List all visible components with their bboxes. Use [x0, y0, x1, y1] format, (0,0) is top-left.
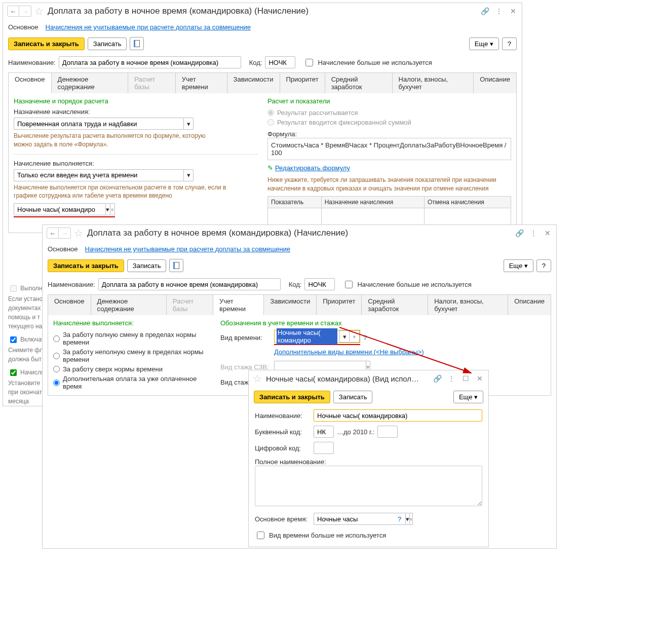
open-icon[interactable]: ▫	[110, 203, 115, 215]
name-input[interactable]	[98, 278, 281, 290]
help-icon[interactable]: ?	[398, 515, 401, 523]
radio-over[interactable]: За работу сверх нормы времени	[53, 364, 210, 374]
chevron-down-icon[interactable]: ▾	[339, 330, 350, 343]
unused-checkbox[interactable]: Начисление больше не используется	[343, 279, 471, 290]
lcode-label: Буквенный код:	[255, 428, 311, 436]
window-title: Ночные часы( командировка) (Вид испол…	[266, 374, 433, 383]
mtab-3[interactable]: Учет времени	[213, 295, 264, 315]
radio-extra[interactable]: Дополнительная оплата за уже оплаченное …	[53, 374, 210, 391]
section-purpose: Назначение и порядок расчета	[14, 97, 257, 105]
dest-input[interactable]	[14, 118, 183, 130]
document-icon	[173, 262, 179, 269]
lcode-input[interactable]	[314, 426, 334, 438]
star-icon[interactable]: ☆	[74, 227, 83, 239]
exec-input[interactable]	[14, 169, 183, 181]
dcode-input[interactable]	[314, 442, 334, 454]
time-input[interactable]	[14, 203, 105, 215]
tab-link[interactable]: Начисления не учитываемые при расчете до…	[85, 243, 291, 255]
toolbar: Записать и закрыть Записать Еще ▾ ?	[3, 33, 522, 54]
indicators-table: ПоказательНазначение начисленияОтмена на…	[267, 196, 511, 229]
mtab-5[interactable]: Приоритет	[317, 295, 362, 315]
mtab-1[interactable]: Денежное содержание	[91, 295, 167, 315]
more-button[interactable]: Еще ▾	[504, 259, 533, 272]
radio-full[interactable]: За работу полную смену в пределах нормы …	[53, 330, 210, 347]
kebab-icon[interactable]: ⋮	[494, 7, 504, 16]
base-select[interactable]: ▾ ▫	[314, 513, 395, 525]
save-button[interactable]: Записать	[333, 391, 373, 403]
mtab-8[interactable]: Описание	[508, 295, 551, 315]
th-indicator: Показатель	[268, 196, 322, 208]
save-close-button[interactable]: Записать и закрыть	[8, 37, 85, 50]
close-icon[interactable]: ✕	[543, 229, 552, 238]
mtab-7[interactable]: Налоги, взносы, бухучет	[393, 73, 474, 93]
unused-checkbox[interactable]: Начисление больше не используется	[303, 57, 432, 68]
document-button[interactable]	[169, 259, 183, 272]
star-icon[interactable]: ☆	[34, 5, 44, 17]
main-tabs: Основное Денежное содержание Расчет базы…	[48, 294, 551, 315]
save-button[interactable]: Записать	[88, 37, 127, 50]
chevron-down-icon[interactable]: ▾	[183, 118, 194, 130]
chevron-down-icon[interactable]: ▾	[183, 169, 194, 181]
unused-checkbox[interactable]: Вид времени больше не используется	[255, 530, 386, 541]
open-icon[interactable]: ▫	[410, 513, 413, 525]
document-button[interactable]	[130, 37, 144, 50]
save-close-button[interactable]: Записать и закрыть	[48, 259, 124, 272]
star-icon[interactable]: ☆	[253, 372, 262, 385]
until-input[interactable]	[377, 426, 398, 438]
mtab-6[interactable]: Средний заработок	[362, 295, 428, 315]
back-button[interactable]: ←	[47, 228, 59, 239]
save-button[interactable]: Записать	[127, 259, 167, 272]
help-button[interactable]: ?	[536, 259, 551, 272]
add-kinds-link[interactable]: Дополнительные виды времени (<Не выбраны…	[274, 348, 424, 356]
kebab-icon[interactable]: ⋮	[447, 374, 456, 383]
link-icon[interactable]: 🔗	[480, 7, 489, 16]
link-icon[interactable]: 🔗	[433, 374, 442, 383]
time-select[interactable]: ▾ ▫	[14, 203, 115, 215]
radio-partial[interactable]: За работу неполную смену в пределах норм…	[53, 347, 210, 364]
tab-basic[interactable]: Основное	[48, 243, 78, 255]
back-button[interactable]: ←	[7, 6, 19, 17]
dest-select[interactable]: ▾	[14, 118, 194, 130]
mtab-0[interactable]: Основное	[48, 295, 91, 315]
forward-button[interactable]: →	[59, 228, 71, 239]
name-input[interactable]	[314, 409, 482, 422]
forward-button[interactable]: →	[19, 6, 31, 17]
close-icon[interactable]: ✕	[509, 7, 518, 16]
mtab-0[interactable]: Основное	[9, 73, 52, 93]
exec-select[interactable]: ▾	[14, 169, 194, 181]
base-input[interactable]	[314, 513, 405, 525]
mtab-6[interactable]: Средний заработок	[325, 73, 393, 93]
chevron-down-icon[interactable]: ▾	[105, 203, 110, 215]
code-label: Код:	[249, 59, 262, 66]
tab-link[interactable]: Начисления не учитываемые при расчете до…	[46, 21, 251, 33]
help-icon[interactable]: ?	[363, 334, 367, 342]
mtab-1[interactable]: Денежное содержание	[52, 73, 129, 93]
name-row: Наименование: Код: Начисление больше не …	[43, 276, 556, 292]
open-icon[interactable]: ▫	[350, 330, 360, 343]
chevron-down-icon: ▾	[490, 40, 493, 48]
mtab-4[interactable]: Зависимости	[264, 295, 317, 315]
maximize-icon[interactable]: ☐	[461, 374, 470, 383]
more-button[interactable]: Еще ▾	[469, 37, 499, 50]
mtab-4[interactable]: Зависимости	[227, 73, 280, 93]
help-button[interactable]: ?	[502, 37, 517, 50]
code-input[interactable]	[304, 278, 335, 290]
tab-basic[interactable]: Основное	[8, 21, 39, 33]
edit-formula-link[interactable]: Редактировать формулу	[275, 164, 350, 172]
chevron-down-icon[interactable]: ▾	[405, 513, 410, 525]
mtab-3[interactable]: Учет времени	[176, 73, 227, 93]
name-input[interactable]	[59, 56, 241, 68]
full-input[interactable]	[255, 466, 482, 506]
mtab-5[interactable]: Приоритет	[280, 73, 325, 93]
name-label: Наименование:	[255, 412, 311, 420]
close-icon[interactable]: ✕	[475, 374, 484, 383]
code-input[interactable]	[265, 56, 295, 68]
section-calc: Расчет и показатели	[267, 97, 511, 105]
link-icon[interactable]: 🔗	[515, 229, 524, 238]
kebab-icon[interactable]: ⋮	[529, 229, 538, 238]
save-close-button[interactable]: Записать и закрыть	[254, 391, 330, 403]
mtab-7[interactable]: Налоги, взносы, бухучет	[428, 295, 508, 315]
more-button[interactable]: Еще ▾	[453, 391, 483, 403]
kind-select[interactable]: Ночные часы( командиро ▾ ▫	[274, 330, 360, 343]
mtab-8[interactable]: Описание	[474, 73, 516, 93]
